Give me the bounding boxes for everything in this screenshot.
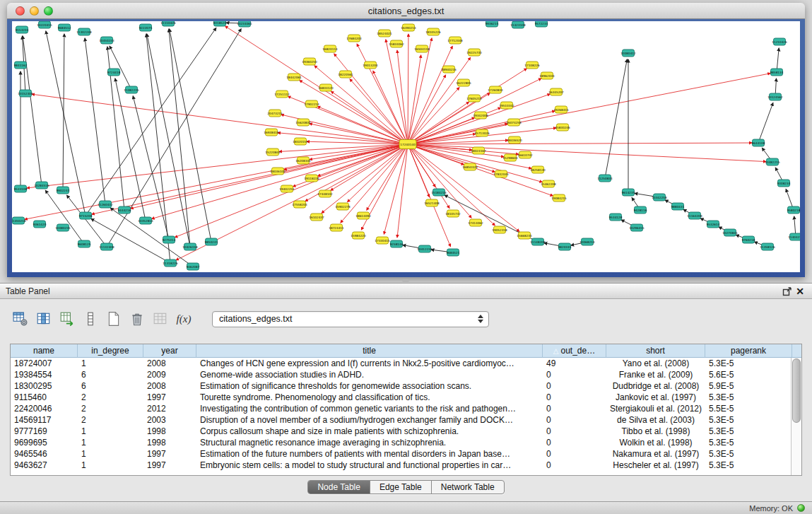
graph-edge[interactable] bbox=[322, 144, 408, 213]
graph-node[interactable]: 18524021 bbox=[377, 30, 392, 37]
vertical-scrollbar[interactable] bbox=[791, 358, 801, 475]
graph-node[interactable]: 15984220 bbox=[351, 232, 366, 239]
graph-node[interactable]: 9580218 bbox=[787, 206, 800, 214]
graph-edge[interactable] bbox=[408, 55, 421, 144]
graph-edge[interactable] bbox=[169, 29, 190, 247]
graph-node[interactable]: 17558204 bbox=[292, 201, 307, 208]
column-header-in-degree[interactable]: in_degree bbox=[78, 344, 143, 358]
graph-node[interactable]: 9258146 bbox=[390, 240, 404, 247]
graph-node[interactable]: 20473215 bbox=[267, 110, 283, 117]
graph-node[interactable]: 9532614 bbox=[707, 221, 720, 228]
graph-node[interactable]: 11132408 bbox=[99, 243, 114, 250]
graph-node[interactable]: 16345207 bbox=[548, 88, 564, 95]
graph-node[interactable]: 9275314 bbox=[163, 236, 176, 243]
graph-node[interactable]: 11164208 bbox=[687, 212, 702, 219]
graph-node[interactable]: 9428116 bbox=[634, 206, 647, 214]
tab-edge-table[interactable]: Edge Table bbox=[370, 481, 432, 493]
graph-node[interactable]: 10234061 bbox=[237, 21, 252, 27]
table-row[interactable]: 2242004622012Investigating the contribut… bbox=[11, 403, 801, 414]
table-row[interactable]: 1872400712008Changes of HCN gene express… bbox=[11, 358, 801, 369]
graph-node[interactable]: 10068214 bbox=[579, 238, 595, 245]
graph-node[interactable]: 18940216 bbox=[441, 66, 457, 73]
graph-edge[interactable] bbox=[85, 38, 105, 204]
graph-node[interactable]: 17448102 bbox=[317, 190, 333, 197]
graph-edge[interactable] bbox=[91, 218, 170, 263]
graph-edge[interactable] bbox=[317, 106, 408, 144]
table-selector-dropdown[interactable]: citations_edges.txt bbox=[212, 311, 489, 327]
table-row[interactable]: 946554611997Estimation of the future num… bbox=[11, 448, 801, 460]
graph-node[interactable]: 17414062 bbox=[468, 219, 483, 226]
graph-node[interactable]: 18724411 bbox=[329, 224, 344, 231]
graph-node[interactable]: 16820114 bbox=[322, 45, 338, 52]
graph-node[interactable]: 10352814 bbox=[138, 217, 153, 224]
graph-edge[interactable] bbox=[408, 144, 766, 162]
graph-node[interactable]: 16834120 bbox=[318, 84, 334, 91]
graph-node[interactable]: 18105732 bbox=[445, 210, 461, 217]
graph-node[interactable]: 17902214 bbox=[304, 100, 319, 107]
graph-node[interactable]: 11110426 bbox=[160, 21, 176, 26]
graph-node[interactable]: 17240140 bbox=[399, 140, 416, 149]
delete-table-icon[interactable] bbox=[128, 310, 146, 328]
memory-ok-indicator[interactable] bbox=[797, 504, 805, 512]
graph-node[interactable]: 9361420 bbox=[33, 221, 47, 228]
graph-edge[interactable] bbox=[146, 34, 170, 263]
network-view[interactable]: 1724014018524021176842031682011419360250… bbox=[12, 21, 800, 272]
graph-node[interactable]: 9936215 bbox=[486, 21, 499, 27]
graph-node[interactable]: 19013204 bbox=[363, 62, 378, 69]
graph-node[interactable]: 17832045 bbox=[493, 170, 509, 177]
graph-node[interactable]: 9608125 bbox=[78, 240, 91, 247]
table-row[interactable]: 969969511998Structural magnetic resonanc… bbox=[11, 437, 801, 448]
row-tools-icon[interactable] bbox=[81, 310, 100, 328]
graph-node[interactable]: 11423108 bbox=[510, 21, 526, 28]
graph-node[interactable]: 9684512 bbox=[58, 24, 71, 31]
graph-node[interactable]: 15298604 bbox=[502, 154, 518, 161]
graph-node[interactable]: 11450218 bbox=[12, 217, 26, 224]
tab-network-table[interactable]: Network Table bbox=[432, 481, 504, 493]
graph-node[interactable]: 9462087 bbox=[187, 263, 200, 270]
graph-node[interactable]: 9880431 bbox=[671, 203, 685, 210]
column-header-name[interactable]: name bbox=[11, 344, 78, 358]
graph-node[interactable]: 9850241 bbox=[205, 238, 218, 245]
column-header-year[interactable]: year bbox=[143, 344, 196, 358]
graph-node[interactable]: 10080412 bbox=[620, 49, 636, 57]
table-row[interactable]: 911546021997Tourette syndrome. Phenomeno… bbox=[11, 392, 801, 403]
graph-node[interactable]: 18105226 bbox=[425, 28, 441, 35]
graph-node[interactable]: 11318226 bbox=[163, 259, 178, 267]
graph-node[interactable]: 10450233 bbox=[99, 37, 114, 44]
graph-node[interactable]: 11260432 bbox=[98, 201, 113, 208]
table-row[interactable]: 1938455462009Genome-wide association stu… bbox=[11, 369, 801, 380]
graph-node[interactable]: 9760218 bbox=[742, 236, 755, 243]
graph-node[interactable]: 19342008 bbox=[473, 112, 488, 119]
graph-node[interactable]: 17108226 bbox=[524, 62, 540, 69]
graph-node[interactable]: 16610742 bbox=[517, 151, 533, 158]
graph-node[interactable]: 19268415 bbox=[553, 106, 569, 113]
graph-node[interactable]: 10220415 bbox=[37, 21, 52, 28]
new-table-icon[interactable] bbox=[105, 310, 123, 328]
graph-node[interactable]: 10124562 bbox=[767, 93, 783, 100]
graph-node[interactable]: 17260834 bbox=[488, 86, 503, 93]
graph-edge[interactable] bbox=[397, 50, 408, 144]
close-panel-icon[interactable]: ✕ bbox=[794, 286, 806, 297]
graph-node[interactable]: 10284516 bbox=[34, 182, 49, 189]
graph-node[interactable]: 9444216 bbox=[118, 206, 131, 214]
graph-node[interactable]: 19118226 bbox=[304, 175, 319, 182]
import-table-icon[interactable] bbox=[58, 310, 76, 328]
graph-node[interactable]: 18962034 bbox=[539, 72, 555, 79]
graph-node[interactable]: 15834062 bbox=[389, 40, 404, 47]
graph-node[interactable]: 18614093 bbox=[355, 212, 371, 219]
graph-node[interactable]: 16074258 bbox=[506, 119, 522, 126]
graph-edge[interactable] bbox=[92, 144, 408, 214]
graph-edge[interactable] bbox=[350, 79, 408, 144]
graph-node[interactable]: 9858134 bbox=[770, 69, 784, 76]
graph-node[interactable]: 15668234 bbox=[517, 232, 532, 239]
graph-edge[interactable] bbox=[225, 26, 408, 144]
graph-edge[interactable] bbox=[107, 29, 241, 247]
graph-node[interactable]: 19084215 bbox=[551, 194, 567, 201]
graph-node[interactable]: 9724418 bbox=[107, 69, 121, 76]
graph-node[interactable]: 9841162 bbox=[14, 62, 28, 69]
graph-node[interactable]: 17605213 bbox=[466, 95, 482, 102]
graph-node[interactable]: 11082235 bbox=[124, 86, 139, 93]
table-row[interactable]: 977716911998Corpus callosum shape and si… bbox=[11, 426, 801, 437]
zoom-window-icon[interactable] bbox=[44, 6, 53, 16]
graph-node[interactable]: 16222805 bbox=[456, 79, 471, 86]
